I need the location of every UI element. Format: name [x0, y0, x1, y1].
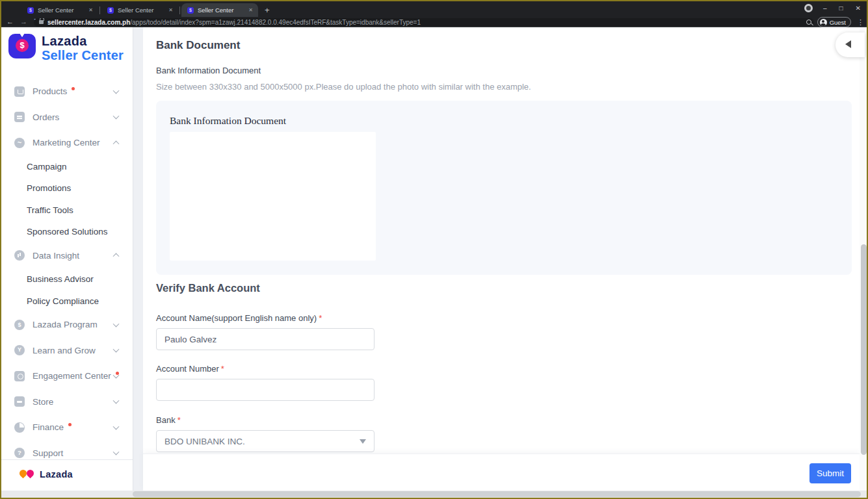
minimize-button[interactable]: – [821, 5, 829, 12]
chevron-down-icon [113, 423, 120, 429]
seller-center-logo[interactable]: Lazada Seller Center [8, 34, 124, 62]
sidebar-footer-logo: Lazada [20, 468, 73, 480]
arrow-left-icon [845, 40, 851, 48]
bank-document-label: Bank Information Document [156, 66, 261, 75]
sidebar-item-engagement-center[interactable]: Engagement Center [0, 363, 133, 389]
sidebar-divider [0, 459, 133, 460]
address-bar[interactable]: sellercenter.lazada.com.ph /apps/todo/de… [34, 18, 814, 27]
browser-tab-active[interactable]: Seller Center ✕ [181, 3, 258, 17]
example-caption: Bank Information Document [170, 115, 286, 127]
tab-close-icon[interactable]: ✕ [247, 6, 254, 14]
sidebar-scroll-gutter[interactable] [133, 27, 143, 491]
storefront-icon [14, 396, 25, 407]
page-title: Bank Document [156, 39, 240, 52]
sidebar-item-label: Lazada Program [33, 320, 98, 329]
account-number-label: Account Number* [156, 364, 224, 374]
new-tab-button[interactable]: + [265, 5, 270, 15]
lazada-heart-icon [20, 468, 34, 480]
chevron-down-icon [113, 398, 120, 404]
tab-close-icon[interactable]: ✕ [87, 6, 94, 14]
sidebar-item-learn-and-grow[interactable]: Learn and Grow [0, 338, 133, 364]
zoom-icon[interactable] [806, 19, 811, 25]
sidebar-item-label: Traffic Tools [27, 205, 73, 215]
sidebar-item-traffic-tools[interactable]: Traffic Tools [0, 199, 133, 222]
sidebar-item-promotions[interactable]: Promotions [0, 177, 133, 199]
sidebar-item-label: Store [33, 397, 53, 407]
bank-select[interactable]: BDO UNIBANK INC. [156, 430, 375, 452]
tab-separator [99, 6, 100, 14]
browser-window: Seller Center ✕ Seller Center ✕ Seller C… [0, 0, 868, 499]
lazada-wordmark: Lazada [40, 469, 73, 480]
sidebar-item-label: Finance [33, 422, 64, 432]
sidebar: Lazada Seller Center Products Orders Mar… [0, 27, 133, 491]
chevron-up-icon [113, 253, 120, 260]
sidebar-item-campaign[interactable]: Campaign [0, 156, 133, 178]
sidebar-item-label: Data Insight [33, 251, 79, 261]
lock-icon [39, 20, 44, 24]
sidebar-item-marketing-center[interactable]: Marketing Center [0, 130, 133, 156]
chart-bars-icon [14, 250, 25, 261]
chevron-down-icon [113, 320, 120, 327]
sidebar-item-label: Sponsored Solutions [27, 227, 108, 237]
submit-button[interactable]: Submit [809, 463, 851, 483]
profile-chip[interactable]: Guest [817, 17, 851, 27]
sidebar-item-label: Learn and Grow [33, 346, 96, 355]
sidebar-item-data-insight[interactable]: Data Insight [0, 243, 133, 269]
lazada-favicon-icon [187, 7, 194, 14]
engagement-icon [14, 371, 25, 381]
chevron-down-icon [113, 87, 120, 94]
sidebar-item-sponsored-solutions[interactable]: Sponsored Solutions [0, 221, 133, 243]
sidebar-item-business-advisor[interactable]: Business Advisor [0, 268, 133, 290]
tab-title: Seller Center [38, 6, 83, 14]
required-asterisk: * [319, 313, 322, 323]
sidebar-item-products[interactable]: Products [0, 79, 133, 105]
bag-icon [14, 86, 25, 97]
verify-bank-account-title: Verify Bank Account [156, 282, 260, 294]
pie-chart-icon [14, 422, 25, 433]
tab-separator [179, 6, 180, 14]
window-border [0, 0, 1, 499]
question-circle-icon [14, 448, 25, 458]
bank-label: Bank* [156, 415, 181, 425]
logo-text-seller-center: Seller Center [42, 48, 124, 62]
tab-title: Seller Center [118, 6, 163, 14]
sidebar-item-label: Products [33, 86, 67, 96]
sidebar-item-label: Engagement Center [33, 371, 111, 381]
sidebar-item-label: Promotions [27, 183, 71, 193]
sidebar-item-label: Orders [33, 112, 59, 122]
tab-close-icon[interactable]: ✕ [167, 6, 174, 14]
collapse-panel-button[interactable] [835, 32, 865, 57]
dollar-circle-icon [14, 320, 25, 330]
megaphone-icon [14, 138, 25, 148]
sidebar-item-support[interactable]: Support [0, 441, 133, 467]
close-window-button[interactable]: ✕ [854, 5, 863, 12]
sprout-icon [14, 345, 25, 355]
url-domain: sellercenter.lazada.com.ph [47, 19, 130, 26]
sidebar-item-store[interactable]: Store [0, 389, 133, 415]
form-footer-bar: Submit [143, 454, 860, 491]
account-number-input[interactable] [156, 379, 375, 401]
sidebar-item-label: Business Advisor [27, 274, 94, 284]
back-button[interactable]: ← [7, 17, 14, 27]
lazada-seller-logo-icon [8, 34, 36, 58]
horizontal-scrollbar-thumb[interactable] [133, 491, 861, 497]
window-border [0, 0, 868, 1]
example-panel: Bank Information Document [156, 101, 852, 275]
vertical-scrollbar-thumb[interactable] [861, 244, 867, 455]
sidebar-item-policy-compliance[interactable]: Policy Compliance [0, 290, 133, 313]
maximize-button[interactable]: □ [837, 5, 845, 12]
tab-title: Seller Center [198, 6, 243, 14]
browser-tab[interactable]: Seller Center ✕ [21, 3, 98, 17]
main-content: Bank Document Bank Information Document … [143, 27, 860, 491]
sidebar-item-finance[interactable]: Finance [0, 415, 133, 441]
sidebar-item-orders[interactable]: Orders [0, 105, 133, 131]
account-name-input[interactable] [156, 328, 375, 350]
bank-selected-value: BDO UNIBANK INC. [164, 437, 360, 446]
browser-tab[interactable]: Seller Center ✕ [101, 3, 178, 17]
chevron-down-icon [113, 449, 120, 455]
label-text: Account Number [156, 364, 219, 374]
sidebar-item-lazada-program[interactable]: Lazada Program [0, 312, 133, 338]
forward-button[interactable]: → [20, 17, 27, 27]
tab-strip: Seller Center ✕ Seller Center ✕ Seller C… [0, 0, 868, 17]
browser-menu-icon[interactable]: ⋮ [857, 18, 864, 27]
